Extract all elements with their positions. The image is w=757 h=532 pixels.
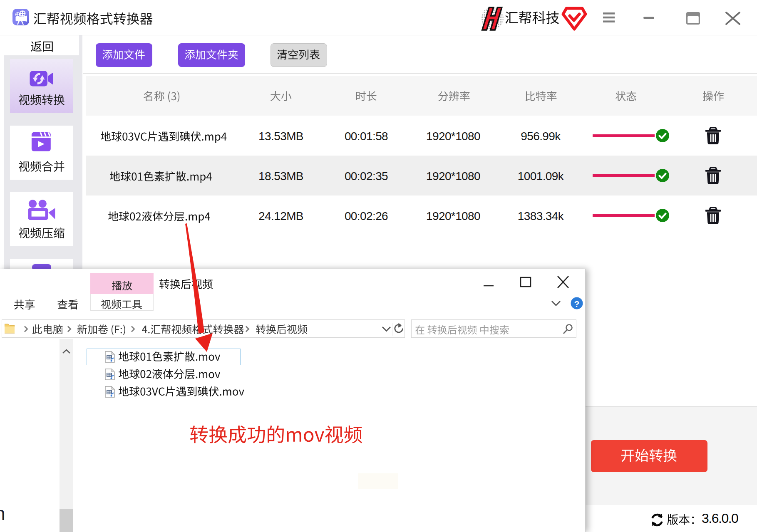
svg-text:?: ? [574,299,580,309]
